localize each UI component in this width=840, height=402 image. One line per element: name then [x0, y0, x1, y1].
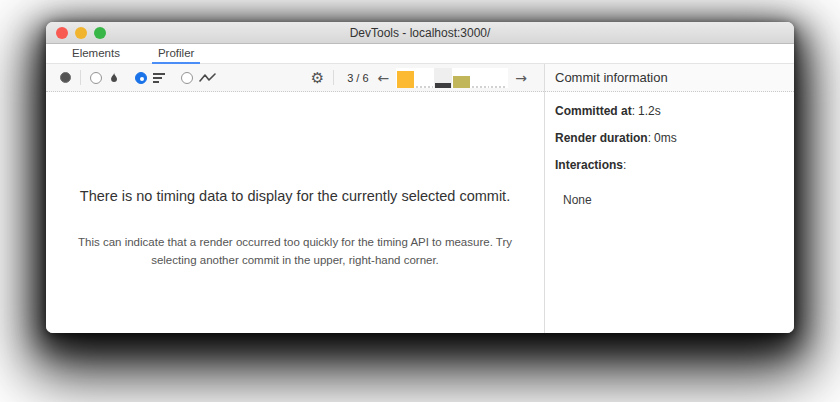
window-title: DevTools - localhost:3000/: [46, 22, 794, 44]
commit-selector-chart[interactable]: [396, 68, 508, 88]
no-data-description: This can indicate that a render occurred…: [70, 234, 520, 270]
flamegraph-radio: [90, 72, 102, 84]
tab-profiler[interactable]: Profiler: [152, 44, 200, 64]
commit-bar[interactable]: [452, 68, 471, 88]
interactions-label: Interactions: [555, 158, 623, 172]
committed-at-row: Committed at:1.2s: [555, 104, 784, 118]
committed-at-value: 1.2s: [638, 104, 661, 118]
commit-info-header: Commit information: [545, 64, 794, 92]
chart-mode-flamegraph[interactable]: [90, 72, 120, 84]
render-duration-row: Render duration:0ms: [555, 131, 784, 145]
interactions-icon: [199, 72, 216, 84]
devtools-tab-bar: Elements Profiler: [46, 44, 794, 64]
interactions-row: Interactions:: [555, 158, 784, 172]
label-separator: :: [632, 104, 635, 118]
toolbar-separator: [333, 70, 334, 85]
commit-bar[interactable]: [415, 68, 434, 88]
toolbar-separator: [80, 70, 81, 85]
interactions-none-label: None: [563, 193, 784, 207]
gear-icon[interactable]: ⚙: [311, 70, 324, 85]
commit-info-panel: Commit information Committed at:1.2s Ren…: [544, 64, 794, 333]
chart-mode-ranked[interactable]: [135, 72, 166, 84]
commit-bar[interactable]: [396, 68, 415, 88]
interactions-radio: [181, 72, 193, 84]
profiler-left-pane: ⚙ 3 / 6 ← → There is no timing data to d…: [46, 64, 544, 333]
ranked-chart-icon: [153, 72, 166, 84]
title-bar[interactable]: DevTools - localhost:3000/: [46, 22, 794, 44]
profiler-toolbar: ⚙ 3 / 6 ← →: [46, 64, 544, 92]
render-duration-value: 0ms: [654, 131, 677, 145]
record-icon[interactable]: [60, 72, 71, 83]
render-duration-label: Render duration: [555, 131, 648, 145]
no-data-title: There is no timing data to display for t…: [70, 188, 520, 204]
label-separator: :: [623, 158, 626, 172]
previous-commit-button[interactable]: ←: [373, 71, 395, 85]
tab-elements[interactable]: Elements: [66, 44, 126, 64]
ranked-radio: [135, 72, 147, 84]
commit-info-body: Committed at:1.2s Render duration:0ms In…: [545, 92, 794, 219]
commit-bar[interactable]: [490, 68, 509, 88]
flame-icon: [108, 72, 120, 84]
committed-at-label: Committed at: [555, 104, 632, 118]
next-commit-button[interactable]: →: [510, 71, 532, 85]
content-area: ⚙ 3 / 6 ← → There is no timing data to d…: [46, 64, 794, 333]
commit-bar[interactable]: [434, 68, 453, 88]
profiler-main-area: There is no timing data to display for t…: [46, 92, 544, 333]
chart-mode-interactions[interactable]: [181, 72, 216, 84]
commit-position-label: 3 / 6: [347, 72, 368, 84]
commit-bar[interactable]: [471, 68, 490, 88]
label-separator: :: [648, 131, 651, 145]
devtools-window: DevTools - localhost:3000/ Elements Prof…: [46, 22, 794, 333]
